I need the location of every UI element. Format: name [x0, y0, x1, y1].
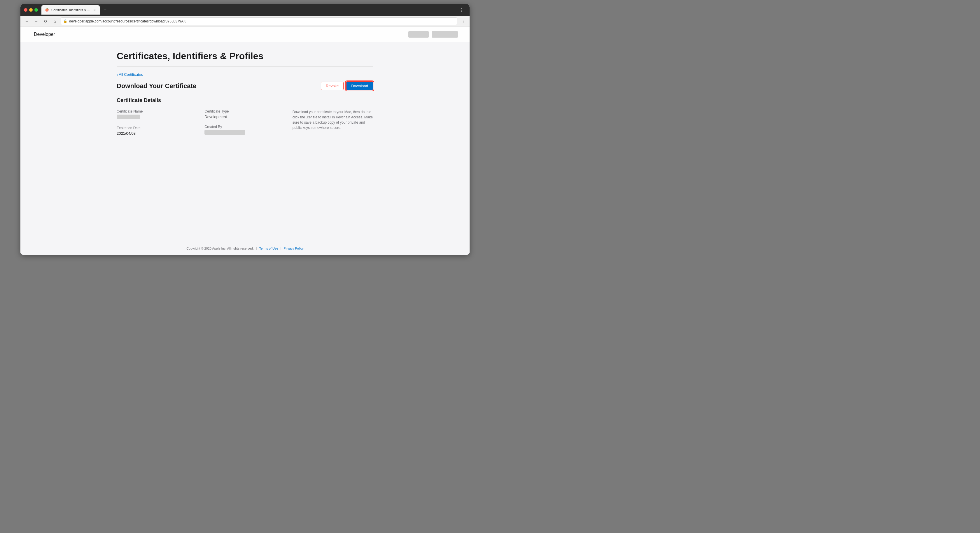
created-by-field: Created By: [204, 125, 285, 135]
cert-middle-column: Certificate Type Development Created By: [204, 109, 285, 135]
nav-account-placeholder: [408, 31, 429, 38]
url-bar[interactable]: 🔒 developer.apple.com/account/resources/…: [60, 18, 457, 25]
browser-window: 🍎 Certificates, Identifiers & Profile...…: [21, 4, 469, 255]
address-bar: ← → ↻ ⌂ 🔒 developer.apple.com/account/re…: [21, 16, 469, 27]
nav-right: [408, 31, 458, 38]
tab-bar: 🍎 Certificates, Identifiers & Profile...…: [41, 5, 457, 14]
page-content: Developer Certificates, Identifiers & Pr…: [21, 27, 469, 255]
title-bar: 🍎 Certificates, Identifiers & Profile...…: [21, 4, 469, 16]
cert-info-text: Download your certificate to your Mac, t…: [293, 109, 373, 130]
footer-copyright: Copyright © 2020 Apple Inc. All rights r…: [186, 247, 254, 250]
expiry-value: 2021/04/08: [117, 131, 197, 135]
tab-title: Certificates, Identifiers & Profile...: [51, 8, 91, 12]
active-tab[interactable]: 🍎 Certificates, Identifiers & Profile...…: [41, 5, 100, 14]
cert-details-title: Certificate Details: [117, 97, 373, 103]
nav-action-placeholder: [432, 31, 458, 38]
forward-button[interactable]: →: [33, 18, 40, 25]
reload-button[interactable]: ↻: [42, 18, 49, 25]
new-tab-button[interactable]: +: [101, 6, 109, 14]
cert-details-grid: Certificate Name Expiration Date 2021/04…: [117, 109, 373, 135]
developer-nav-label: Developer: [34, 32, 55, 37]
cert-type-field: Certificate Type Development: [204, 109, 285, 119]
main-content: Certificates, Identifiers & Profiles All…: [105, 42, 385, 242]
breadcrumb-link[interactable]: All Certificates: [117, 72, 373, 77]
tab-favicon-icon: 🍎: [45, 8, 49, 12]
top-nav: Developer: [21, 27, 469, 42]
revoke-button[interactable]: Revoke: [321, 82, 344, 90]
home-button[interactable]: ⌂: [51, 18, 58, 25]
tab-close-icon[interactable]: ✕: [93, 8, 96, 12]
lock-icon: 🔒: [63, 19, 67, 23]
footer-divider: |: [256, 247, 257, 250]
cert-type-value: Development: [204, 115, 285, 119]
cert-name-value-placeholder: [117, 115, 140, 119]
footer: Copyright © 2020 Apple Inc. All rights r…: [21, 242, 469, 255]
section-title: Download Your Certificate: [117, 82, 196, 90]
close-traffic-light[interactable]: [24, 8, 27, 12]
created-by-label: Created By: [204, 125, 285, 129]
cert-left-column: Certificate Name Expiration Date 2021/04…: [117, 109, 197, 135]
created-by-value-placeholder: [204, 130, 245, 135]
expiry-label: Expiration Date: [117, 126, 197, 130]
section-header: Download Your Certificate Revoke Downloa…: [117, 81, 373, 91]
browser-menu-button[interactable]: ⋮: [457, 6, 466, 14]
traffic-lights: [24, 8, 38, 12]
maximize-traffic-light[interactable]: [34, 8, 38, 12]
page-title: Certificates, Identifiers & Profiles: [117, 51, 373, 67]
more-options-button[interactable]: ⋮: [460, 18, 467, 25]
url-text: developer.apple.com/account/resources/ce…: [69, 19, 186, 23]
button-group: Revoke Download: [321, 81, 373, 91]
cert-name-label: Certificate Name: [117, 109, 197, 113]
back-button[interactable]: ←: [23, 18, 30, 25]
cert-name-field: Certificate Name: [117, 109, 197, 120]
download-button[interactable]: Download: [346, 81, 373, 91]
expiry-field: Expiration Date 2021/04/08: [117, 126, 197, 135]
cert-right-column: Download your certificate to your Mac, t…: [293, 109, 373, 135]
minimize-traffic-light[interactable]: [29, 8, 33, 12]
privacy-policy-link[interactable]: Privacy Policy: [283, 247, 303, 250]
footer-divider-2: |: [281, 247, 282, 250]
terms-of-use-link[interactable]: Terms of Use: [259, 247, 278, 250]
cert-type-label: Certificate Type: [204, 109, 285, 113]
